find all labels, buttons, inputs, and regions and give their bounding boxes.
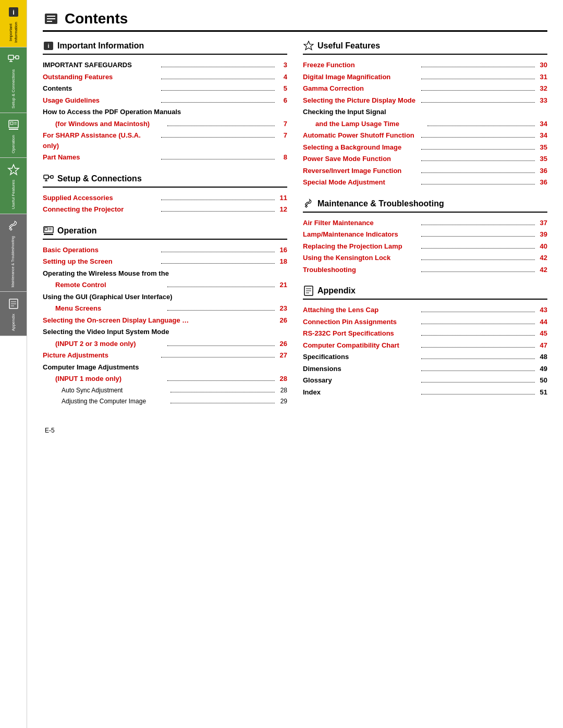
toc-dots — [421, 312, 535, 312]
toc-dots — [161, 137, 275, 138]
svg-rect-2 — [8, 55, 14, 59]
toc-text: Picture Adjustments — [43, 350, 159, 361]
toc-text: For SHARP Assistance (U.S.A. only) — [43, 130, 159, 151]
toc-dots — [161, 102, 275, 103]
sidebar: i ImportantInformation Setup & Connectio… — [0, 0, 27, 728]
toc-entry: Attaching the Lens Cap 43 — [303, 305, 547, 315]
toc-entry: Index 51 — [303, 387, 547, 398]
toc-page: 34 — [537, 119, 547, 129]
section-header-setup: Setup & Connections — [43, 173, 287, 188]
toc-page: 37 — [537, 218, 547, 228]
toc-text: Connection Pin Assignments — [303, 317, 419, 327]
toc-text: Reverse/Invert Image Function — [303, 166, 419, 176]
toc-dots — [167, 126, 275, 126]
toc-text: (INPUT 1 mode only) — [43, 374, 165, 384]
toc-entry: RS-232C Port Specifications 45 — [303, 328, 547, 339]
toc-entry: Using the GUI (Graphical User Interface) — [43, 292, 287, 302]
toc-text: Usage Guidelines — [43, 95, 159, 106]
toc-page: 18 — [277, 256, 287, 267]
toc-entry: How to Access the PDF Operation Manuals — [43, 107, 287, 117]
sidebar-section-useful[interactable]: Useful Features — [0, 158, 27, 214]
sidebar-section-important[interactable]: i ImportantInformation — [0, 0, 27, 47]
section-icon-useful — [303, 40, 314, 52]
toc-entry: Computer Compatibility Chart 47 — [303, 340, 547, 351]
toc-dots — [167, 346, 275, 346]
col-right: Useful Features Freeze Function 30 Digit… — [303, 40, 547, 416]
toc-page: 30 — [537, 60, 547, 70]
section-icon-maintenance — [303, 198, 314, 209]
toc-text: Supplied Accessories — [43, 193, 159, 203]
toc-entry: Part Names 8 — [43, 152, 287, 163]
svg-text:i: i — [47, 43, 49, 49]
svg-rect-8 — [10, 122, 13, 125]
toc-text: Selecting a Background Image — [303, 142, 419, 153]
toc-entry: Checking the Input Signal — [303, 107, 547, 117]
toc-text: Automatic Power Shutoff Function — [303, 130, 419, 141]
sidebar-section-operation[interactable]: Operation — [0, 113, 27, 158]
section-header-maintenance: Maintenance & Troubleshooting — [303, 198, 547, 213]
contents-icon — [43, 10, 59, 27]
toc-entry: Selecting the Picture Display Mode 33 — [303, 95, 547, 106]
toc-text: Attaching the Lens Cap — [303, 305, 419, 315]
toc-entry: Computer Image Adjustments — [43, 362, 287, 373]
toc-page: 36 — [537, 177, 547, 188]
toc-page: 4 — [277, 72, 287, 82]
toc-dots — [161, 79, 275, 79]
toc-entry: Usage Guidelines 6 — [43, 95, 287, 106]
toc-entry: (for Windows and Macintosh) 7 — [43, 119, 287, 129]
section-operation: Operation Basic Operations 16 Setting up… — [43, 225, 287, 406]
toc-page: 5 — [277, 83, 287, 94]
section-title-useful: Useful Features — [317, 41, 380, 51]
section-useful-features: Useful Features Freeze Function 30 Digit… — [303, 40, 547, 188]
maintenance-icon — [6, 218, 21, 234]
toc-page: 44 — [537, 317, 547, 327]
toc-page: 42 — [537, 253, 547, 263]
toc-entry: Operating the Wireless Mouse from the — [43, 268, 287, 279]
sidebar-section-maintenance[interactable]: Maintenance & Troubleshooting — [0, 214, 27, 292]
toc-text: Gamma Correction — [303, 83, 419, 94]
toc-page: 32 — [537, 83, 547, 94]
toc-text: Glossary — [303, 375, 419, 386]
svg-marker-12 — [8, 165, 19, 175]
main-content: Contents i Important Information IMPORT — [27, 0, 563, 728]
toc-entry: Setting up the Screen 18 — [43, 256, 287, 267]
toc-entry: Dimensions 49 — [303, 364, 547, 374]
toc-page: 49 — [537, 364, 547, 374]
toc-text: Operating the Wireless Mouse from the — [43, 268, 287, 279]
toc-page: 8 — [277, 152, 287, 163]
toc-text: Outstanding Features — [43, 72, 159, 82]
sidebar-section-appendix[interactable]: Appendix — [0, 292, 27, 336]
useful-icon — [6, 162, 21, 178]
svg-rect-23 — [44, 175, 48, 179]
toc-text: Computer Compatibility Chart — [303, 340, 419, 351]
sidebar-label-maintenance: Maintenance & Troubleshooting — [11, 236, 15, 287]
toc-dots — [421, 347, 535, 348]
section-header-useful: Useful Features — [303, 40, 547, 55]
sidebar-label-useful: Useful Features — [11, 180, 16, 209]
section-appendix: Appendix Attaching the Lens Cap 43 Conne… — [303, 285, 547, 397]
toc-dots — [421, 67, 535, 67]
toc-text: Menu Screens — [43, 303, 165, 314]
toc-text: (for Windows and Macintosh) — [43, 119, 165, 129]
sidebar-section-setup[interactable]: Setup & Connections — [0, 47, 27, 113]
toc-entry: Outstanding Features 4 — [43, 72, 287, 82]
toc-entry: Using the Kensington Lock 42 — [303, 253, 547, 263]
toc-entry: Power Save Mode Function 35 — [303, 154, 547, 164]
toc-dots — [421, 260, 535, 260]
svg-rect-29 — [45, 228, 47, 230]
toc-page: 42 — [537, 265, 547, 275]
section-header-appendix: Appendix — [303, 285, 547, 300]
toc-text: Computer Image Adjustments — [43, 362, 287, 373]
toc-text: Dimensions — [303, 364, 419, 374]
toc-dots — [421, 236, 535, 237]
toc-text: and the Lamp Usage Time — [303, 119, 425, 129]
toc-dots — [421, 335, 535, 336]
toc-page: 51 — [537, 387, 547, 398]
toc-text: Replacing the Projection Lamp — [303, 241, 419, 252]
section-title-appendix: Appendix — [317, 286, 356, 295]
toc-text: Power Save Mode Function — [303, 154, 419, 164]
toc-dots — [427, 126, 535, 126]
toc-entry: Gamma Correction 32 — [303, 83, 547, 94]
toc-page: 35 — [537, 154, 547, 164]
toc-dots — [161, 67, 275, 67]
